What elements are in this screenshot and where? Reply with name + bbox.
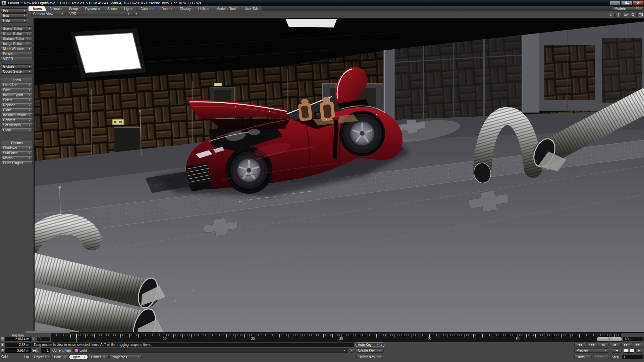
next-key-button[interactable]: ▶▶+	[621, 343, 632, 347]
edit-lights-button[interactable]: Lights+L	[69, 355, 88, 359]
tab-dynamics[interactable]: Dynamics	[80, 6, 105, 11]
minimize-button[interactable]	[610, 1, 621, 5]
tab-items[interactable]: Items	[29, 6, 47, 11]
properties-button[interactable]: Propertiesp	[109, 355, 142, 359]
edit-cameras-button[interactable]: Cameras+C	[89, 355, 109, 359]
sidebar-item-presets[interactable]: Presets	[1, 52, 33, 56]
restore-button[interactable]	[621, 1, 632, 5]
undo-button[interactable]: Undou	[574, 355, 592, 359]
sidebar-item-edit[interactable]: Edit▼	[1, 13, 28, 18]
viewport-options-button[interactable]: ▼	[133, 12, 139, 16]
tick-label: 30	[339, 337, 343, 341]
current-item-label: Current Item	[52, 348, 71, 353]
item-list-icon: ≡	[351, 349, 353, 352]
tab-display[interactable]: Display	[175, 6, 196, 11]
pan-view-button[interactable]	[615, 13, 622, 17]
end-frame-field[interactable]: 60	[623, 337, 643, 341]
play-reverse-icon: ◀	[615, 349, 618, 352]
sidebar-item-morph[interactable]: Morph▼	[1, 156, 33, 160]
current-frame-field[interactable]: 0	[37, 337, 50, 341]
sidebar-item-save[interactable]: Save▼	[1, 88, 33, 92]
rotate-view-icon	[623, 13, 629, 17]
renderer-dropdown[interactable]: VPR ▼	[67, 12, 132, 16]
tab-scene[interactable]: Scene	[103, 6, 121, 11]
go-start-button[interactable]: |◀◀	[574, 343, 585, 347]
sidebar-item-shadows[interactable]: Shadows▼	[1, 146, 33, 150]
sidebar-item-include-exclude[interactable]: Include/Exclude▼	[1, 113, 33, 117]
x-position-field[interactable]: 2.8614 m	[5, 337, 31, 341]
step-back-button[interactable]: ◀||	[598, 343, 609, 347]
tab-modeler-tools[interactable]: Modeler Tools	[212, 6, 242, 11]
edit-objects-button[interactable]: Objects+O	[32, 355, 51, 359]
sidebar-item-subpatch[interactable]: SubPatch▼	[1, 151, 33, 155]
tab-lights[interactable]: Lights	[119, 6, 138, 11]
tab-setup[interactable]: Setup	[64, 6, 83, 11]
sidebar-item-surface-editor[interactable]: Surface Editor^F3	[1, 37, 33, 41]
sidebar-item-image-editor[interactable]: Image Editor^F4	[1, 42, 33, 46]
current-item-dropdown[interactable]: Light ▼	[72, 348, 348, 353]
view-mode-dropdown[interactable]: Camera View ▼	[31, 12, 66, 16]
auto-key-button[interactable]: Auto Key +F1	[356, 343, 384, 347]
step-forward-button[interactable]: ||▶	[609, 343, 621, 347]
play-button[interactable]: ▶	[635, 348, 643, 353]
tick-label: 10	[163, 337, 166, 341]
sidebar-item-coord-system[interactable]: Coord System▼	[1, 69, 33, 74]
redo-button[interactable]: Redo	[593, 355, 609, 359]
go-start-icon: |◀◀	[577, 343, 582, 347]
zoom-view-icon	[631, 13, 636, 17]
sidebar-item-convert[interactable]: Convert▼	[1, 118, 33, 122]
sel-count-field: 1	[41, 348, 50, 353]
item-list-button[interactable]: ≡	[350, 348, 354, 353]
prev-key-button[interactable]: +◀◀	[586, 343, 597, 347]
create-key-button[interactable]: Create Key ret	[356, 348, 384, 353]
delete-key-button[interactable]: Delete Keydel	[356, 355, 383, 359]
modeler-button[interactable]: Modeler F12	[612, 6, 643, 11]
go-end-button[interactable]: ▶▶|	[633, 343, 643, 347]
preview-dropdown[interactable]: Preview ▼	[574, 348, 609, 353]
title-bar[interactable]: Layout™ NewTek LightWave 3D ® HC Rev 201…	[0, 0, 644, 6]
main-tab-bar: Items Animate Setup Dynamics Scene Light…	[29, 6, 644, 11]
z-position-field[interactable]: 3.914 m	[5, 348, 31, 353]
step-field[interactable]: 1	[622, 355, 643, 359]
sidebar-item-load-add[interactable]: Load/Add▼	[1, 83, 33, 87]
timeline-playhead[interactable]	[76, 333, 76, 342]
x-stepper[interactable]: ◂▸	[32, 337, 36, 341]
center-item-button[interactable]	[608, 13, 614, 17]
sidebar-item-set-visibility[interactable]: Set Visibility▼	[1, 123, 33, 127]
timeline-end-handle[interactable]: 60	[597, 337, 622, 342]
sidebar-item-select[interactable]: Select▼	[1, 98, 33, 102]
tick-label: 40	[427, 337, 431, 341]
close-button[interactable]: ✕	[633, 1, 644, 5]
chevron-down-icon: ▼	[604, 349, 607, 352]
play-reverse-button[interactable]: ◀	[611, 348, 622, 353]
pause-button[interactable]: ||	[623, 348, 635, 353]
tab-render[interactable]: Render	[157, 6, 177, 11]
sidebar-item-graph-editor[interactable]: Graph Editor^F2	[1, 32, 33, 36]
timeline-scrollbar[interactable]	[26, 331, 70, 333]
tab-animate[interactable]: Animate	[45, 6, 66, 11]
sidebar-item-scene-editor[interactable]: Scene Editor▼	[1, 26, 33, 31]
sidebar-item-file[interactable]: File▼	[1, 8, 28, 13]
tab-user-tab[interactable]: User Tab	[240, 6, 263, 11]
viewport-3d[interactable]	[34, 18, 644, 333]
zoom-view-button[interactable]	[630, 13, 637, 17]
sidebar-item-more-windows[interactable]: More Windows▼	[1, 47, 33, 51]
sidebar-item-clear[interactable]: Clear▼	[1, 128, 33, 132]
vpr-render	[35, 19, 644, 332]
sidebar-item-flush-plugins[interactable]: Flush Plugins	[1, 161, 33, 165]
go-end-icon: ▶▶|	[636, 343, 640, 347]
sel-label: Sel:	[32, 348, 38, 353]
sidebar-item-clone[interactable]: Clone▼	[1, 108, 33, 112]
sidebar-item-help[interactable]: Help▼	[1, 18, 28, 23]
rotate-view-button[interactable]	[623, 13, 629, 17]
fit-view-button[interactable]	[637, 13, 644, 17]
y-position-field[interactable]: 2.38 m	[5, 343, 31, 347]
tab-utilities[interactable]: Utilities	[194, 6, 214, 11]
sidebar-item-globals[interactable]: Globals▼	[1, 64, 33, 69]
sidebar-item-import-export[interactable]: Import/Export▼	[1, 93, 33, 97]
sidebar-item-viper[interactable]: VIPER	[1, 57, 33, 61]
sidebar-item-replace[interactable]: Replace▼	[1, 103, 33, 107]
timeline-ruler[interactable]: 0 10 20 30 40 50 60	[51, 334, 622, 342]
edit-bones-button[interactable]: Bones+B	[52, 355, 68, 359]
tab-cameras[interactable]: Cameras	[136, 6, 159, 11]
